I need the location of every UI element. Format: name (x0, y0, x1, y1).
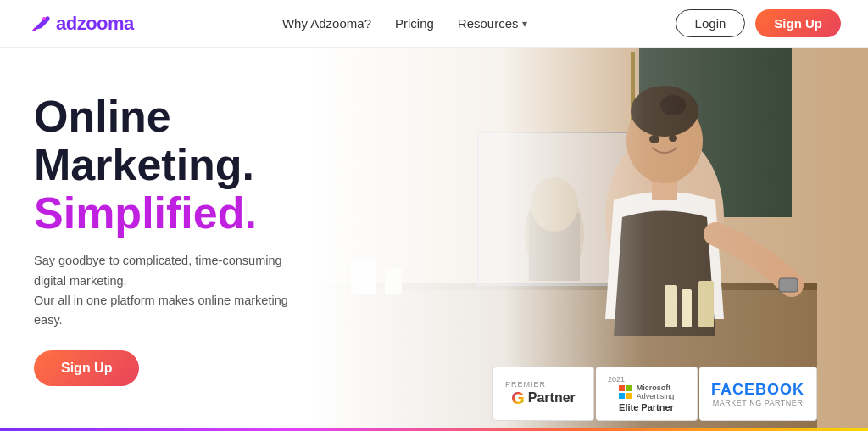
google-badge-top-label: PREMIER (505, 380, 546, 389)
microsoft-advertising-label: Advertising (637, 392, 675, 400)
microsoft-elite-label: Elite Partner (619, 402, 674, 412)
hero-title-line2: Marketing. (34, 141, 288, 189)
microsoft-partner-badge: 2021 Microsoft Advertising Elite Partner (596, 367, 698, 421)
logo[interactable]: adzooma (27, 12, 134, 36)
logo-text: adzooma (56, 13, 134, 35)
chevron-down-icon: ▾ (522, 18, 527, 30)
hero-section: Online Marketing. Simplified. Say goodby… (0, 48, 868, 431)
google-partner-badge: PREMIER G Partner (492, 367, 594, 421)
nav-why-adzooma[interactable]: Why Adzooma? (282, 16, 371, 31)
nav-resources[interactable]: Resources ▾ (458, 16, 527, 31)
google-g-icon: G (511, 389, 525, 408)
microsoft-year-label: 2021 (608, 375, 625, 383)
microsoft-name: Microsoft (637, 383, 675, 392)
navbar: adzooma Why Adzooma? Pricing Resources ▾… (0, 0, 868, 48)
facebook-partner-badge: FACEBOOK MARKETING PARTNER (699, 367, 817, 421)
logo-icon (27, 12, 51, 36)
partner-badges: PREMIER G Partner 2021 Microsoft Adverti… (492, 367, 817, 421)
microsoft-logo-icon (619, 385, 632, 399)
google-partner-label: Partner (528, 390, 576, 406)
login-button[interactable]: Login (676, 9, 746, 37)
facebook-name-label: FACEBOOK (711, 381, 804, 399)
hero-content: Online Marketing. Simplified. Say goodby… (0, 92, 288, 386)
nav-resources-label: Resources (458, 16, 519, 31)
hero-signup-button[interactable]: Sign Up (34, 350, 139, 386)
hero-subtitle: Say goodbye to complicated, time-consumi… (34, 251, 288, 330)
hero-title-line1: Online (34, 92, 288, 141)
svg-point-0 (42, 17, 46, 20)
facebook-partner-label: MARKETING PARTNER (713, 399, 804, 407)
nav-pricing[interactable]: Pricing (395, 16, 434, 31)
bottom-gradient-bar (0, 428, 868, 431)
nav-buttons: Login Sign Up (676, 9, 841, 37)
nav-links: Why Adzooma? Pricing Resources ▾ (282, 16, 527, 31)
hero-title-line3: Simplified. (34, 189, 288, 238)
signup-button-nav[interactable]: Sign Up (755, 9, 841, 37)
